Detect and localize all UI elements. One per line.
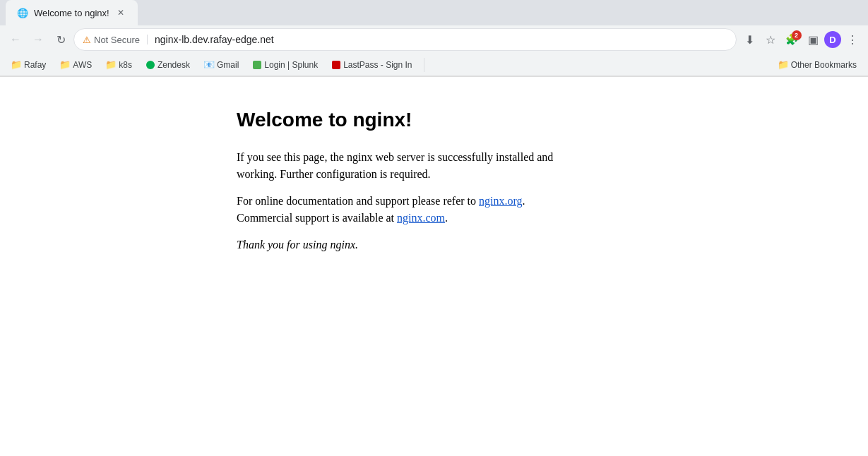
bookmark-rafay-label: Rafay (24, 60, 46, 70)
url-text: nginx-lb.dev.rafay-edge.net (155, 34, 274, 45)
bookmarks-separator (424, 58, 424, 72)
bookmark-splunk-label: Login | Splunk (264, 60, 318, 70)
forward-button[interactable]: → (28, 30, 48, 49)
bookmark-gmail[interactable]: 📧 Gmail (198, 59, 244, 71)
other-bookmarks[interactable]: Other Bookmarks (773, 59, 862, 71)
para3-before: Commercial support is available at (237, 212, 397, 224)
active-tab[interactable]: 🌐 Welcome to nginx! ✕ (6, 0, 138, 25)
address-bar-row: ← → ↻ ⚠ Not Secure nginx-lb.dev.rafay-ed… (0, 25, 868, 54)
bookmark-k8s[interactable]: k8s (100, 59, 138, 71)
menu-button[interactable]: ⋮ (843, 30, 862, 49)
back-button[interactable]: ← (6, 30, 25, 49)
splunk-favicon (253, 61, 261, 69)
para2-before: For online documentation and support ple… (237, 195, 479, 207)
reload-button[interactable]: ↻ (51, 30, 71, 49)
bookmark-splunk[interactable]: Login | Splunk (247, 59, 323, 71)
nginx-com-link[interactable]: nginx.com (397, 212, 445, 224)
bookmark-aws-label: AWS (73, 60, 92, 70)
bookmark-gmail-label: Gmail (217, 60, 239, 70)
para3-after: . (445, 212, 448, 224)
extensions-button[interactable]: 🧩 2 (782, 30, 802, 49)
bookmarks-bar: Rafay AWS k8s Zendesk 📧 Gmail Login | Sp… (0, 54, 868, 76)
paragraph-1: If you see this page, the nginx web serv… (237, 149, 590, 183)
page-content: Welcome to nginx! If you see this page, … (0, 77, 868, 456)
tab-favicon: 🌐 (17, 7, 28, 18)
browser-chrome: 🌐 Welcome to nginx! ✕ ← → ↻ ⚠ Not Secure… (0, 0, 868, 77)
page-title: Welcome to nginx! (237, 105, 868, 135)
thanks-text: Thank you for using nginx. (237, 236, 590, 253)
address-field[interactable]: ⚠ Not Secure nginx-lb.dev.rafay-edge.net (73, 28, 737, 51)
bookmark-button[interactable]: ☆ (761, 30, 780, 49)
nginx-org-link[interactable]: nginx.org (479, 195, 522, 207)
folder-icon (106, 60, 116, 70)
badge-count: 2 (792, 30, 802, 40)
folder-icon (778, 60, 788, 70)
para2-after: . (523, 195, 525, 207)
bookmark-k8s-label: k8s (119, 60, 132, 70)
not-secure-indicator: ⚠ Not Secure (83, 35, 140, 45)
paragraph-2: For online documentation and support ple… (237, 193, 590, 227)
address-divider (147, 35, 148, 44)
gmail-favicon: 📧 (204, 60, 214, 70)
toolbar-icons: ⬇ ☆ 🧩 2 ▣ D ⋮ (739, 30, 862, 49)
tab-close-button[interactable]: ✕ (115, 7, 126, 18)
warning-icon: ⚠ (83, 35, 91, 45)
window-button[interactable]: ▣ (803, 30, 823, 49)
not-secure-label: Not Secure (94, 35, 140, 45)
zendesk-favicon (146, 61, 155, 69)
folder-icon (60, 60, 70, 70)
folder-icon (11, 60, 21, 70)
bookmark-zendesk[interactable]: Zendesk (141, 59, 196, 71)
downloads-button[interactable]: ⬇ (739, 30, 759, 49)
lastpass-favicon (332, 61, 340, 69)
tab-title: Welcome to nginx! (34, 8, 109, 18)
para1-text: If you see this page, the nginx web serv… (237, 151, 553, 180)
other-bookmarks-label: Other Bookmarks (791, 60, 857, 70)
profile-avatar[interactable]: D (824, 31, 841, 48)
bookmark-lastpass-label: LastPass - Sign In (343, 60, 412, 70)
extensions-badge: 🧩 2 (785, 33, 799, 46)
bookmark-lastpass[interactable]: LastPass - Sign In (326, 59, 417, 71)
bookmark-aws[interactable]: AWS (54, 59, 97, 71)
tab-bar: 🌐 Welcome to nginx! ✕ (0, 0, 868, 25)
bookmark-zendesk-label: Zendesk (157, 60, 190, 70)
bookmark-rafay[interactable]: Rafay (6, 59, 52, 71)
